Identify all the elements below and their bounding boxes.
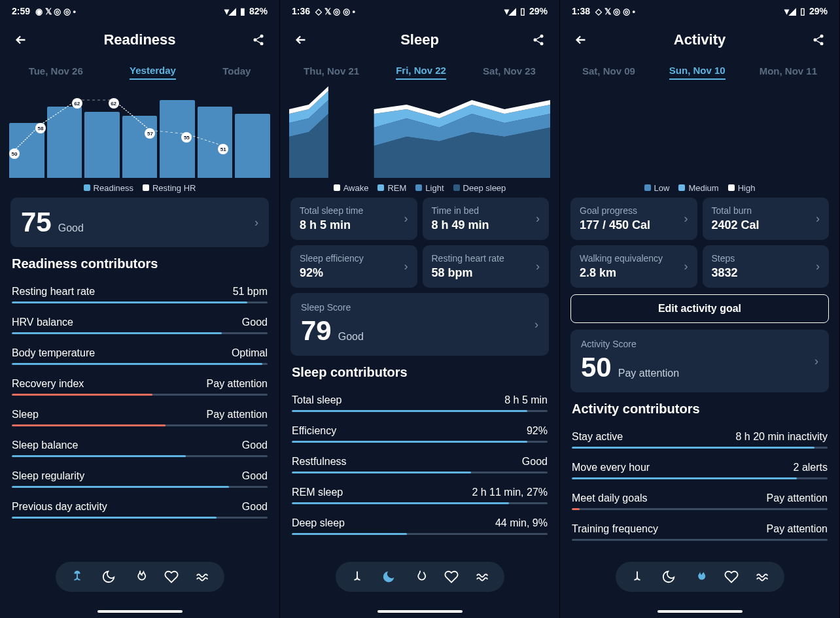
heart-icon[interactable] (443, 568, 460, 585)
contributor-row[interactable]: REM sleep 2 h 11 min, 27% (290, 480, 549, 511)
home-indicator[interactable] (97, 610, 183, 613)
metric-label: Goal progress (580, 205, 650, 216)
activity-panel: 1:38 ◇ 𝕏 ◎ ◎ • ▾◢ ▯ 29% Activity Sat, No… (560, 0, 840, 618)
moon-icon[interactable] (660, 568, 677, 585)
contributor-row[interactable]: Stay active 8 h 20 min inactivity (570, 424, 829, 455)
contributor-row[interactable]: Sleep regularity Good (10, 464, 269, 494)
battery-pct: 29% (529, 6, 548, 16)
score-number: 50 (581, 352, 612, 383)
heart-icon[interactable] (723, 568, 740, 585)
chart-legend: Awake REM Light Deep sleep (280, 178, 559, 197)
metric-card[interactable]: Resting heart rate 58 bpm › (423, 245, 550, 288)
readiness-chart[interactable]: 50 58 62 62 57 55 51 (9, 86, 270, 178)
date-tab[interactable]: Sat, Nov 09 (582, 65, 635, 79)
progress-bar (12, 486, 268, 488)
contributor-value: 92% (527, 425, 548, 437)
bottom-nav (336, 562, 504, 592)
contributor-row[interactable]: Restfulness Good (290, 449, 549, 480)
wave-icon[interactable] (754, 568, 771, 585)
contributor-row[interactable]: Efficiency 92% (290, 419, 549, 449)
contributor-row[interactable]: Deep sleep 44 min, 9% (290, 511, 549, 541)
contributor-row[interactable]: Recovery index Pay attention (10, 371, 269, 402)
date-tab-active[interactable]: Yesterday (130, 65, 176, 80)
contributor-row[interactable]: Total sleep 8 h 5 min (290, 388, 549, 419)
contributor-row[interactable]: Sleep Pay attention (10, 402, 269, 433)
metric-card[interactable]: Walking equivalency 2.8 km › (570, 245, 697, 288)
date-tab[interactable]: Mon, Nov 11 (760, 65, 817, 79)
metric-value: 177 / 450 Cal (580, 218, 650, 232)
status-bar: 1:38 ◇ 𝕏 ◎ ◎ • ▾◢ ▯ 29% (560, 0, 839, 22)
metric-card[interactable]: Total sleep time 8 h 5 min › (290, 197, 417, 240)
fire-icon[interactable] (131, 568, 149, 585)
progress-bar (572, 447, 828, 449)
battery-pct: 29% (809, 6, 828, 16)
back-icon[interactable] (292, 31, 310, 49)
contributor-row[interactable]: Sleep balance Good (10, 433, 269, 464)
fire-icon[interactable] (691, 568, 709, 585)
metric-value: 8 h 49 min (432, 218, 489, 232)
contributor-value: 2 alerts (794, 462, 828, 473)
sleep-chart[interactable] (289, 86, 550, 178)
home-indicator[interactable] (377, 610, 463, 613)
date-tab[interactable]: Thu, Nov 21 (304, 65, 359, 79)
sleep-score-card[interactable]: Sleep Score 79 Good › (290, 293, 549, 356)
wave-icon[interactable] (474, 568, 491, 585)
leaf-icon[interactable] (629, 568, 646, 585)
svg-point-15 (813, 39, 816, 42)
readiness-score-card[interactable]: 75 Good › (10, 197, 269, 247)
contributor-name: Sleep (12, 409, 39, 421)
moon-icon[interactable] (380, 568, 397, 585)
edit-activity-goal-button[interactable]: Edit activity goal (570, 294, 829, 323)
contributor-row[interactable]: Training frequency Pay attention (570, 517, 829, 547)
metric-card[interactable]: Steps 3832 › (703, 245, 830, 288)
date-tab[interactable]: Today (222, 65, 251, 79)
contributor-name: Stay active (572, 431, 623, 443)
progress-bar (572, 508, 828, 510)
date-tab-active[interactable]: Sun, Nov 10 (669, 65, 726, 80)
contributor-name: Training frequency (572, 523, 658, 535)
metric-label: Steps (712, 253, 738, 264)
contributor-row[interactable]: Resting heart rate 51 bpm (10, 279, 269, 310)
metric-label: Time in bed (432, 205, 489, 216)
date-tab-active[interactable]: Fri, Nov 22 (396, 65, 446, 80)
contributor-name: Deep sleep (292, 517, 345, 529)
wifi-icon: ▾◢ (784, 6, 796, 16)
metric-card[interactable]: Sleep efficiency 92% › (290, 245, 417, 288)
back-icon[interactable] (572, 31, 590, 49)
metric-card[interactable]: Total burn 2402 Cal › (703, 197, 830, 240)
contributor-row[interactable]: Previous day activity Good (10, 494, 269, 525)
leaf-icon[interactable] (349, 568, 366, 585)
moon-icon[interactable] (100, 568, 117, 585)
wave-icon[interactable] (194, 568, 211, 585)
activity-score-card[interactable]: Activity Score 50 Pay attention › (570, 330, 829, 392)
leaf-icon[interactable] (69, 568, 86, 585)
metric-card[interactable]: Time in bed 8 h 49 min › (423, 197, 550, 240)
progress-bar (12, 301, 268, 303)
fire-icon[interactable] (411, 568, 429, 585)
home-indicator[interactable] (657, 610, 743, 613)
contributor-row[interactable]: Body temperature Optimal (10, 341, 269, 371)
date-tab[interactable]: Sat, Nov 23 (483, 65, 536, 79)
contributor-row[interactable]: Meet daily goals Pay attention (570, 486, 829, 517)
contributor-row[interactable]: HRV balance Good (10, 310, 269, 341)
progress-bar (12, 363, 268, 365)
contributor-value: Good (242, 439, 268, 451)
contributor-value: 2 h 11 min, 27% (472, 487, 548, 498)
page-title: Activity (674, 31, 726, 48)
share-icon[interactable] (529, 31, 548, 49)
contributor-value: Good (242, 501, 268, 513)
share-icon[interactable] (249, 31, 268, 49)
contributor-row[interactable]: Move every hour 2 alerts (570, 455, 829, 486)
svg-point-4 (533, 39, 536, 42)
heart-icon[interactable] (163, 568, 180, 585)
chevron-right-icon: › (816, 212, 820, 226)
back-icon[interactable] (12, 31, 30, 49)
metric-value: 3832 (712, 266, 738, 280)
share-icon[interactable] (809, 31, 828, 49)
activity-chart[interactable] (569, 86, 830, 178)
progress-bar (292, 502, 548, 504)
metric-card[interactable]: Goal progress 177 / 450 Cal › (570, 197, 697, 240)
date-tab[interactable]: Tue, Nov 26 (29, 65, 83, 79)
contributor-name: Efficiency (292, 425, 336, 437)
status-app-icons: ◉ 𝕏 ◎ ◎ • (35, 7, 76, 16)
